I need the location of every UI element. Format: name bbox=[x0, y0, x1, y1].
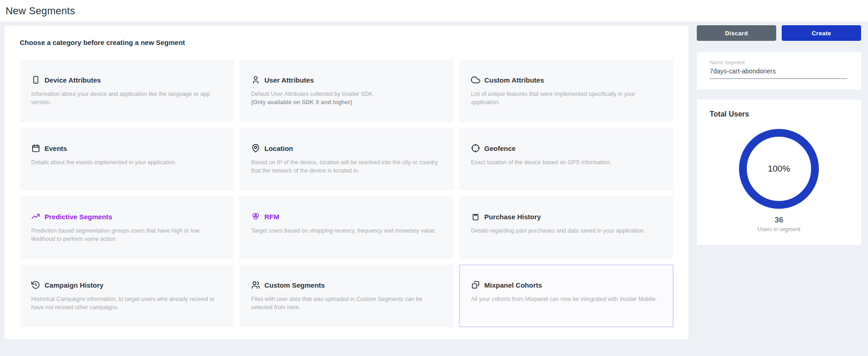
category-description: Files with user data that was uploaded i… bbox=[251, 295, 442, 312]
category-card-custom-attributes[interactable]: Custom Attributes List of unique feature… bbox=[459, 60, 673, 122]
category-title: Device Attributes bbox=[45, 76, 101, 84]
category-title: Events bbox=[45, 145, 67, 152]
shopping-bag-icon bbox=[471, 212, 480, 221]
category-title: Predictive Segments bbox=[45, 213, 112, 221]
category-description: Details regarding past purchases and dat… bbox=[471, 227, 662, 235]
calendar-icon bbox=[31, 144, 40, 153]
users-in-segment-caption: Users in segment bbox=[697, 226, 861, 233]
category-card-custom-segments[interactable]: Custom Segments Files with user data tha… bbox=[240, 265, 454, 327]
category-title: Location bbox=[264, 145, 293, 152]
header-band bbox=[0, 0, 868, 22]
donut-percent-label: 100% bbox=[768, 164, 790, 174]
category-description-note: (Only available on SDK X and higher) bbox=[251, 99, 442, 107]
category-panel-subtitle: Choose a category before creating a new … bbox=[20, 39, 185, 46]
category-title: Mixpanel Cohorts bbox=[484, 281, 542, 289]
name-segment-card: Name Segment bbox=[697, 52, 861, 89]
category-card-purchase-history[interactable]: Purchase History Details regarding past … bbox=[459, 196, 673, 259]
category-description: Based on IP of the device, location will… bbox=[251, 159, 442, 175]
history-icon bbox=[31, 280, 40, 289]
category-title: RFM bbox=[264, 213, 280, 221]
total-users-title: Total Users bbox=[710, 110, 749, 118]
category-title: Custom Segments bbox=[264, 281, 325, 289]
device-icon bbox=[31, 75, 40, 84]
category-title: Purchase History bbox=[484, 213, 541, 221]
category-card-events[interactable]: Events Details about the events implemen… bbox=[20, 128, 234, 190]
users-icon bbox=[251, 280, 260, 289]
category-description: Historical Campaigns information, to tar… bbox=[31, 295, 222, 312]
category-card-campaign-history[interactable]: Campaign History Historical Campaigns in… bbox=[20, 265, 234, 327]
discard-button[interactable]: Discard bbox=[697, 25, 776, 41]
category-card-user-attributes[interactable]: User Attributes Default User Attributes … bbox=[240, 60, 454, 122]
create-button[interactable]: Create bbox=[782, 25, 861, 41]
category-description: List of unique features that were implem… bbox=[471, 90, 662, 106]
category-card-device-attributes[interactable]: Device Attributes Information about your… bbox=[20, 60, 234, 122]
category-card-predictive-segments[interactable]: Predictive Segments Prediction based seg… bbox=[20, 196, 234, 259]
category-grid: Device Attributes Information about your… bbox=[20, 60, 673, 327]
category-description: Default User Attributes collected by Ins… bbox=[251, 90, 442, 99]
category-title: User Attributes bbox=[264, 76, 314, 84]
category-card-mixpanel-cohorts[interactable]: Mixpanel Cohorts All your cohorts from M… bbox=[459, 265, 673, 327]
total-users-donut-chart: 100% bbox=[739, 129, 819, 209]
category-title: Campaign History bbox=[45, 281, 103, 289]
cohorts-link-icon bbox=[471, 280, 480, 289]
category-description: Prediction based segmentation groups use… bbox=[31, 227, 222, 243]
category-title: Custom Attributes bbox=[484, 76, 544, 84]
category-description: Information about your device and applic… bbox=[31, 90, 222, 106]
trending-up-icon bbox=[31, 212, 40, 221]
category-description: Details about the events implemented in … bbox=[31, 159, 222, 167]
total-users-card: Total Users 100% 36 Users in segment bbox=[697, 100, 861, 245]
crosshair-icon bbox=[471, 144, 480, 153]
category-title: Geofence bbox=[484, 145, 515, 152]
user-icon bbox=[251, 75, 260, 84]
category-card-rfm[interactable]: RFM Target users based on shopping recen… bbox=[240, 196, 454, 259]
name-segment-label: Name Segment bbox=[710, 60, 861, 65]
venn-icon bbox=[251, 212, 260, 221]
category-card-geofence[interactable]: Geofence Exact location of the device ba… bbox=[459, 128, 673, 190]
category-description: All your cohorts from Mixpanel can now b… bbox=[471, 295, 662, 304]
name-segment-input[interactable] bbox=[710, 67, 847, 79]
cloud-icon bbox=[471, 75, 480, 84]
page-title: New Segments bbox=[6, 5, 75, 17]
category-description: Target users based on shopping recency, … bbox=[251, 227, 442, 235]
users-in-segment-count: 36 bbox=[697, 216, 861, 225]
category-card-location[interactable]: Location Based on IP of the device, loca… bbox=[240, 128, 454, 190]
category-description: Exact location of the device based on GP… bbox=[471, 159, 662, 167]
map-pin-icon bbox=[251, 144, 260, 153]
category-panel: Choose a category before creating a new … bbox=[5, 26, 689, 339]
